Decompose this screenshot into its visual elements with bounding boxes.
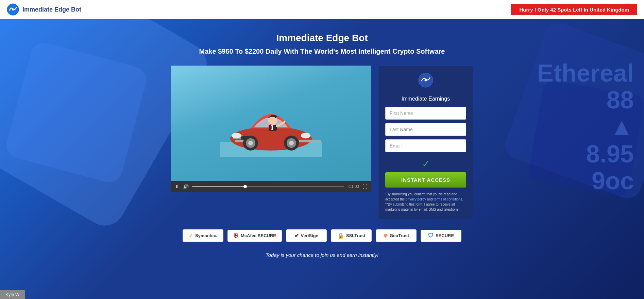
main-content-row: ⏸ 🔊 -11:00 ⛶ [104, 66, 540, 219]
form-title: Immediate Earnings [385, 96, 466, 102]
user-bar: Kyle W [0, 290, 25, 299]
checkmark-row: ✓ [385, 158, 466, 170]
form-logo-area [385, 73, 466, 92]
svg-point-7 [301, 133, 310, 138]
mcafee-icon: ⛨ [233, 233, 239, 239]
secure-label: SECURE [436, 233, 454, 238]
disclaimer-text-2: **By submitting this form, I agree to re… [385, 203, 459, 211]
checkmark-icon: ✓ [422, 159, 430, 169]
urgency-banner: Hurry ! Only 42 Spots Left In United Kin… [511, 4, 637, 15]
video-controls: ⏸ 🔊 -11:00 ⛶ [171, 181, 371, 192]
progress-bar[interactable] [192, 186, 344, 187]
hero-section: Ethereal88▲8.959oc Immediate Edge Bot Ma… [0, 19, 644, 299]
trust-badges-row: ✓ Symantec. ⛨ McAfee SECURE ✔ VeriSign 🔒… [152, 229, 492, 242]
terms-link[interactable]: terms of conditions [434, 197, 462, 201]
verisign-icon: ✔ [294, 232, 299, 239]
instant-access-button[interactable]: INSTANT ACCESS [385, 172, 466, 188]
user-name: Kyle W [5, 292, 19, 297]
site-header: Immediate Edge Bot Hurry ! Only 42 Spots… [0, 0, 644, 19]
symantec-icon: ✓ [189, 232, 193, 239]
ssltrust-label: SSLTrust [346, 233, 365, 238]
svg-rect-10 [299, 140, 321, 142]
first-name-input[interactable] [385, 107, 466, 120]
video-wrapper: ⏸ 🔊 -11:00 ⛶ [171, 66, 371, 192]
svg-point-6 [232, 133, 241, 138]
hero-title: Immediate Edge Bot [7, 33, 637, 43]
badge-geotrust: ⊕ GeoTrust [376, 229, 417, 242]
hero-subtitle: Make $950 To $2200 Daily With The World'… [7, 48, 637, 55]
badge-verisign: ✔ VeriSign [286, 229, 327, 242]
video-screen[interactable] [171, 66, 371, 181]
geotrust-icon: ⊕ [383, 232, 388, 239]
disclaimer-end: . [462, 197, 463, 201]
fullscreen-button[interactable]: ⛶ [362, 184, 367, 189]
logo-area: Immediate Edge Bot [7, 3, 81, 16]
logo-text: Immediate Edge Bot [22, 6, 81, 13]
svg-point-13 [248, 141, 253, 145]
form-logo-icon [418, 73, 433, 88]
progress-fill [192, 186, 245, 187]
time-label: -11:00 [348, 184, 359, 189]
registration-form-card: Immediate Earnings ✓ INSTANT ACCESS *By … [378, 66, 473, 219]
video-player[interactable]: ⏸ 🔊 -11:00 ⛶ [171, 66, 371, 192]
svg-point-22 [425, 79, 427, 82]
progress-dot [243, 185, 247, 188]
logo-icon [7, 3, 19, 16]
footer-tagline: Today is your chance to join us and earn… [7, 252, 637, 265]
geotrust-label: GeoTrust [390, 233, 409, 238]
secure-icon: 🛡 [428, 233, 434, 239]
last-name-input[interactable] [385, 123, 466, 136]
volume-button[interactable]: 🔊 [183, 184, 189, 189]
mcafee-label: McAfee SECURE [241, 233, 276, 238]
badge-symantec: ✓ Symantec. [183, 229, 223, 242]
verisign-label: VeriSign [301, 233, 319, 238]
svg-point-1 [12, 8, 14, 11]
svg-point-16 [289, 141, 294, 145]
ssltrust-icon: 🔒 [337, 232, 344, 239]
badge-mcafee: ⛨ McAfee SECURE [227, 230, 282, 242]
and-text: and [426, 197, 434, 201]
badge-secure: 🛡 SECURE [421, 230, 461, 242]
hero-content: Immediate Edge Bot Make $950 To $2200 Da… [0, 19, 644, 275]
privacy-policy-link[interactable]: privacy policy [406, 197, 426, 201]
svg-rect-20 [271, 126, 272, 129]
symantec-label: Symantec. [195, 233, 217, 238]
car-svg [220, 86, 322, 161]
pause-button[interactable]: ⏸ [175, 184, 180, 189]
email-input[interactable] [385, 139, 466, 152]
badge-ssltrust: 🔒 SSLTrust [331, 229, 372, 242]
car-illustration [220, 86, 322, 161]
form-disclaimer: *By submitting you confirm that you've r… [385, 192, 466, 212]
